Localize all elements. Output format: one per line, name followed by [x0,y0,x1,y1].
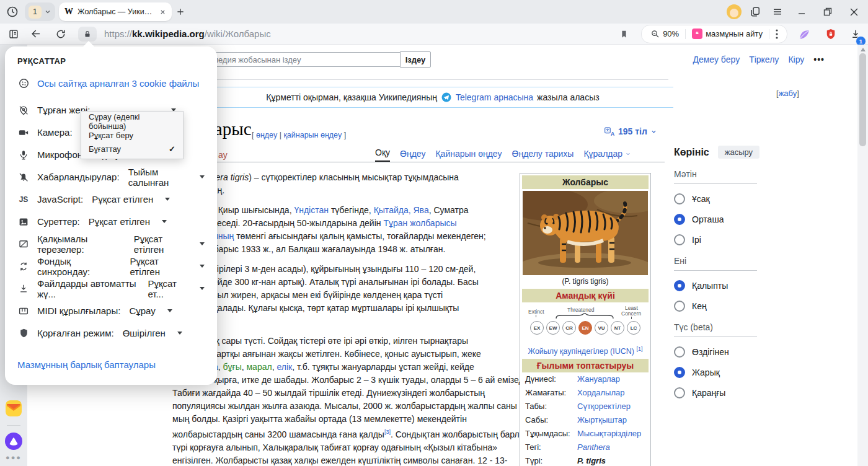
taxon-link[interactable]: Хордалылар [577,387,624,398]
permission-row-notifications[interactable]: Хабарландырулар: Тыйым салынған [17,170,205,183]
radio-icon[interactable] [674,346,685,358]
wiki-search-button[interactable]: Іздеу [400,51,431,68]
page-scrollbar[interactable] [857,45,868,466]
taxon-rank: Дүниесі: [525,374,577,385]
tab-edit-source[interactable]: Қайнарын өңдеу [435,149,502,162]
radio-icon[interactable] [674,214,685,225]
side-panels-icon[interactable] [746,3,764,20]
downloads-button[interactable]: 1 [848,27,863,42]
radio-option[interactable]: Жарық [674,367,822,378]
all-content-settings-link[interactable]: Мазмұнның барлық баптаулары [17,359,205,370]
back-button[interactable] [27,25,45,43]
radio-option[interactable]: Өздігінен [674,346,822,358]
permission-row-midi[interactable]: MIDI құрылғылары: Сұрау [17,304,205,317]
radio-label: Жарық [692,367,720,377]
language-selector[interactable]: A 195 тіл [604,126,657,136]
iucn-tick [536,315,536,317]
permission-row-protected-mode[interactable]: Қорғалған режим: Өшірілген [17,327,205,340]
permission-row-auto-download[interactable]: Файлдарды автоматты жү... Рұқсат ет... [17,282,205,295]
register-link[interactable]: Тіркелу [749,55,779,64]
tab-tools[interactable]: Құралдар [583,149,631,162]
address-bar: https://kk.wikipedia.org/wiki/Жолбарыс 9… [0,24,868,45]
reload-button[interactable] [52,25,69,43]
radio-option[interactable]: Қараңғы [674,387,822,398]
tab-history[interactable]: Өңделу тарихы [512,149,574,162]
tab-group-chip[interactable]: 1 [25,2,55,21]
taxon-link[interactable]: Мысықтәрізділер [577,428,641,439]
radio-option[interactable]: Ұсақ [674,193,822,204]
sidebar-toggle-icon[interactable] [5,25,22,43]
close-window-button[interactable] [843,3,864,20]
midi-piano-icon [17,306,30,317]
maximize-button[interactable] [817,3,838,20]
talk-tab-fragment[interactable]: ау [218,150,228,160]
taxon-link[interactable]: Жануарлар [577,374,620,385]
radio-icon[interactable] [674,387,685,398]
protect-shield-icon[interactable] [822,25,839,43]
chevron-down-icon [200,242,205,245]
radio-option[interactable]: Ірі [674,234,822,245]
read-aloud-button[interactable]: ❝ мазмұнын айту [686,29,769,39]
radio-icon[interactable] [674,301,685,312]
new-tab-button[interactable] [172,3,189,20]
tiger-image[interactable] [523,191,648,275]
permission-row-background-sync[interactable]: Фондық синхрондау: Рұқсат етілген [17,260,205,273]
address-bar-url[interactable]: https://kk.wikipedia.org/wiki/Жолбарыс [104,29,271,39]
donate-link[interactable]: Демеу беру [693,55,740,64]
permission-row-popups[interactable]: Қалқымалы терезелер: Рұқсат етілген [17,237,205,250]
alice-assistant-icon[interactable] [0,433,27,450]
radio-icon[interactable] [674,367,685,378]
dropdown-item-label: Рұқсат беру [89,131,133,140]
radio-option[interactable]: Кең [674,301,822,312]
telegram-link[interactable]: Telegram арнасына [456,92,533,102]
radio-option[interactable]: Қалыпты [674,280,822,291]
scrollbar-up-arrow[interactable] [861,48,866,51]
menu-icon[interactable] [769,3,786,20]
chevron-down-icon [650,128,657,135]
radio-option[interactable]: Орташа [674,214,822,225]
page-actions-pill: 90% ❝ мазмұнын айту [641,25,787,43]
svg-text:A: A [611,130,614,136]
cookies-row[interactable]: Осы сайтқа арналған 3 cookie файлы [17,77,205,89]
minimize-button[interactable] [791,3,812,20]
iucn-status-link[interactable]: Жойылу қаупіндегілер (IUCN) [1] [522,345,649,359]
more-user-links[interactable]: ••• [813,55,825,64]
banner-close-link[interactable]: [жабу] [776,89,799,98]
radio-icon[interactable] [674,280,685,291]
dropdown-item-block[interactable]: Бұғаттау ✓ [81,142,183,156]
status-ref[interactable]: [1] [636,346,642,352]
permission-label: JavaScript: [37,194,83,204]
radio-label: Ұсақ [692,194,710,204]
yandex-mail-icon[interactable] [0,400,27,416]
permission-row-images[interactable]: Суреттер: Рұқсат етілген [17,215,205,228]
login-link[interactable]: Кіру [788,55,804,64]
sidebar-more-icon[interactable]: ●●● [0,454,27,461]
profile-avatar[interactable] [727,4,742,19]
zoom-control[interactable]: 90% [644,29,685,38]
yandex-pen-icon[interactable] [796,25,813,43]
site-lock-icon[interactable] [78,27,97,42]
bookmark-flag-icon[interactable] [615,25,632,43]
radio-icon[interactable] [674,234,685,245]
permission-row-javascript[interactable]: JS JavaScript: Рұқсат етілген [17,193,205,206]
browser-tab[interactable]: W Жолбарыс — Уикипедия [59,2,172,21]
history-clock-icon[interactable] [4,3,21,20]
taxon-link[interactable]: Жыртқыштар [577,415,627,426]
appearance-hide-button[interactable]: жасыру [718,146,760,159]
radio-icon[interactable] [674,193,685,204]
tab-close-icon[interactable] [159,9,166,15]
dropdown-item-ask[interactable]: Сұрау (әдепкі бойынша) ✓ [81,115,183,128]
scrollbar-thumb[interactable] [859,53,866,146]
taxon-link[interactable]: Сүтқоректілер [577,401,631,412]
permissions-title: РҰҚСАТТАР [17,56,205,66]
wiki-search-input[interactable] [192,52,401,67]
more-actions-icon[interactable] [769,29,784,39]
title-edit-links[interactable]: [ өңдеу | қайнарын өңдеу ] [252,131,346,139]
taxon-link[interactable]: Panthera [577,442,610,453]
article-line: жолбарыстардың саны 3200 шамасында ғана … [172,426,521,441]
iucn-tick [631,317,632,319]
tab-read[interactable]: Оқу [375,147,390,162]
iucn-circle-EW: EW [546,321,560,335]
tab-edit[interactable]: Өңдеу [400,149,425,162]
cookies-link[interactable]: Осы сайтқа арналған 3 cookie файлы [37,78,199,89]
